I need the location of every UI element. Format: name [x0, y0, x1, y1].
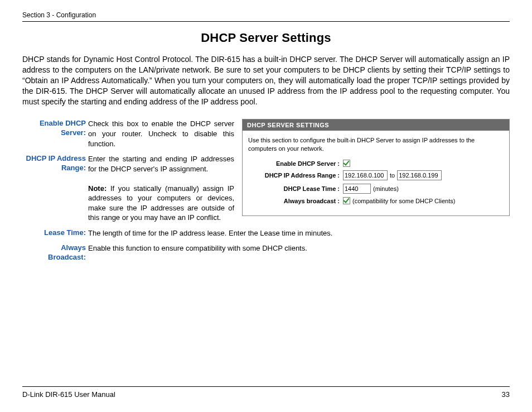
definitions-column: DHCP SERVER SETTINGS Use this section to…	[22, 119, 510, 268]
input-lease-time[interactable]	[343, 184, 371, 194]
def-desc-enable: Check this box to enable the DHCP server…	[88, 119, 234, 148]
def-desc-range-text: Enter the starting and ending IP address…	[88, 155, 234, 173]
label-ip-range: DHCP IP Address Range :	[248, 172, 343, 179]
label-enable-dhcp: Enable DHCP Server :	[248, 160, 343, 167]
def-label-range: DHCP IP Address Range:	[22, 154, 88, 223]
def-note-label: Note:	[88, 184, 107, 193]
def-label-enable: Enable DHCP Server:	[22, 119, 88, 148]
checkbox-enable-dhcp[interactable]	[343, 160, 350, 167]
panel-description: Use this section to configure the built-…	[248, 136, 504, 153]
def-label-lease: Lease Time:	[22, 228, 88, 238]
footer-rule	[22, 386, 510, 387]
label-lease-unit: (minutes)	[373, 185, 399, 192]
panel-title: DHCP SERVER SETTINGS	[243, 119, 509, 131]
label-to: to	[390, 172, 395, 179]
def-enable-dhcp: Enable DHCP Server: Check this box to en…	[22, 119, 234, 148]
def-label-always: Always Broadcast:	[22, 243, 88, 262]
def-desc-range: Enter the starting and ending IP address…	[88, 154, 234, 223]
header-rule	[22, 21, 510, 22]
def-note-text: If you statically (manually) assign IP a…	[88, 184, 234, 222]
intro-paragraph: DHCP stands for Dynamic Host Control Pro…	[22, 54, 510, 107]
footer-manual-name: D-Link DIR-615 User Manual	[22, 390, 115, 399]
input-ip-range-start[interactable]	[343, 170, 388, 180]
label-always-hint: (compatibility for some DHCP Clients)	[352, 198, 455, 204]
def-always-broadcast: Always Broadcast: Enable this function t…	[22, 243, 510, 262]
def-desc-always: Enable this function to ensure compatibi…	[88, 243, 510, 262]
label-always-broadcast: Always broadcast :	[248, 198, 343, 204]
row-always-broadcast: Always broadcast : (compatibility for so…	[248, 197, 504, 204]
row-ip-range: DHCP IP Address Range : to	[248, 170, 504, 180]
def-desc-lease: The length of time for the IP address le…	[88, 228, 510, 238]
checkbox-always-broadcast[interactable]	[343, 197, 350, 204]
input-ip-range-end[interactable]	[397, 170, 442, 180]
dhcp-settings-panel: DHCP SERVER SETTINGS Use this section to…	[242, 119, 510, 216]
row-enable-dhcp: Enable DHCP Server :	[248, 160, 504, 167]
page-title: DHCP Server Settings	[22, 31, 510, 45]
row-lease-time: DHCP Lease Time : (minutes)	[248, 184, 504, 194]
def-ip-range: DHCP IP Address Range: Enter the startin…	[22, 154, 234, 223]
page-footer: D-Link DIR-615 User Manual 33	[22, 386, 510, 399]
label-lease-time: DHCP Lease Time :	[248, 185, 343, 192]
section-header: Section 3 - Configuration	[22, 11, 510, 19]
def-lease-time: Lease Time: The length of time for the I…	[22, 228, 510, 238]
footer-page-number: 33	[502, 390, 510, 399]
